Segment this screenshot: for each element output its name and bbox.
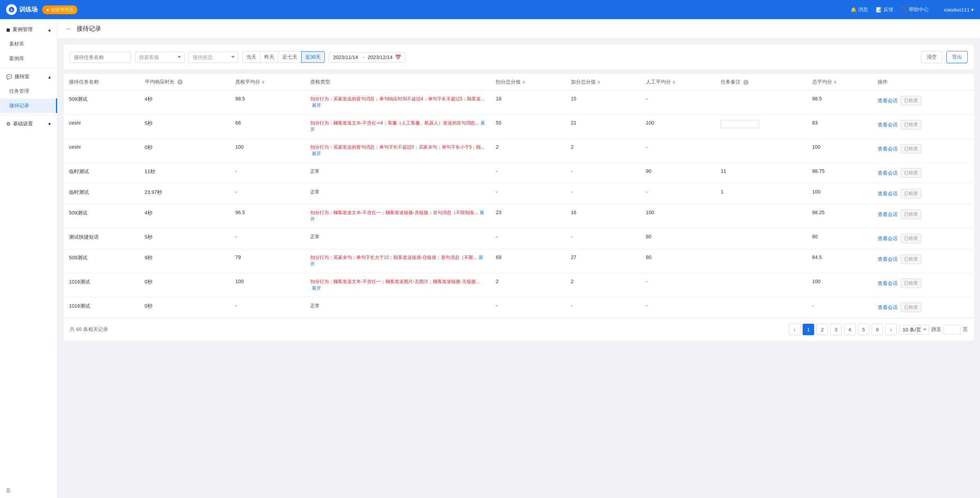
checked-button[interactable]: 已检查 (901, 144, 921, 154)
user-area[interactable]: 👤 xiaoduo111 ▾ (936, 7, 974, 13)
cell-task-note (715, 204, 807, 228)
page-btn-5[interactable]: 5 (858, 324, 869, 335)
ops-cell: 查看会话 已检查 (878, 144, 969, 154)
task-name-input[interactable] (70, 52, 131, 63)
view-conversation-link[interactable]: 查看会话 (878, 190, 898, 197)
page-btn-1[interactable]: 1 (803, 324, 814, 335)
task-name-value: 1016测试 (69, 303, 90, 309)
th-ops-label: 操作 (878, 79, 888, 85)
back-button[interactable]: ← (65, 25, 73, 33)
sidebar-group-cases: ◼ 案例管理 ▴ 素材库 案例库 (0, 22, 57, 66)
cell-deduct-total: 2 (490, 139, 565, 163)
sidebar-item-materials[interactable]: 素材库 (0, 37, 57, 51)
feedback-nav[interactable]: 📝 反馈 (876, 6, 893, 13)
cell-total-avg: - (807, 297, 872, 318)
page-size-select[interactable]: 10 条/页 20 条/页 50 条/页 (899, 325, 929, 334)
view-conversation-link[interactable]: 查看会话 (878, 121, 898, 128)
sidebar-group-title-reception[interactable]: 💬 接待室 ▴ (0, 69, 57, 84)
note-input[interactable] (721, 120, 759, 128)
page-btn-2[interactable]: 2 (816, 324, 828, 335)
cell-avg-response: 0秒 (139, 273, 230, 297)
quality-type-text: 正常 (310, 189, 320, 195)
view-conversation-link[interactable]: 查看会话 (878, 211, 898, 218)
date-btn-30days[interactable]: 近30天 (301, 51, 325, 63)
customer-search-select[interactable]: 搜索客服 (135, 52, 185, 63)
th-avg-response-sort[interactable]: 平均响应时长 i (145, 79, 183, 85)
table-row: 临时测试 11秒 - 正常 - - 90 11 98.75 查看会话 已检查 (64, 163, 974, 183)
date-btn-yesterday[interactable]: 昨天 (260, 51, 278, 63)
sidebar-item-reception-records[interactable]: 接待记录 (0, 98, 57, 113)
ops-cell: 查看会话 已检查 (878, 234, 969, 243)
checked-button[interactable]: 已检查 (901, 96, 921, 105)
quality-avg-sort-icon (262, 80, 265, 84)
cell-avg-response: 11秒 (139, 163, 230, 183)
view-conversation-link[interactable]: 查看会话 (878, 256, 898, 263)
checked-button[interactable]: 已检查 (901, 278, 921, 288)
th-total-avg-sort[interactable]: 总平均分 (812, 79, 837, 85)
expand-btn[interactable]: 展开 (312, 103, 321, 108)
cell-task-name: 临时测试 (64, 183, 139, 204)
prev-page-btn[interactable]: ‹ (789, 324, 800, 335)
page-btn-4[interactable]: 4 (844, 324, 855, 335)
quality-type-text: 正常 (310, 169, 320, 174)
page-btn-6[interactable]: 6 (872, 324, 883, 335)
view-conversation-link[interactable]: 查看会话 (878, 146, 898, 152)
cell-quality-avg: - (230, 297, 305, 318)
checked-button[interactable]: 已检查 (901, 254, 921, 264)
export-button[interactable]: 导出 (946, 51, 968, 63)
date-btn-7days[interactable]: 近七天 (278, 51, 301, 63)
cell-quality-avg: 100 (230, 139, 305, 163)
status-select[interactable]: 接待状态 (188, 52, 238, 63)
th-manual-avg-sort[interactable]: 人工平均分 (646, 79, 675, 85)
checked-button[interactable]: 已检查 (901, 168, 921, 178)
sidebar-group-label-reception: 接待室 (15, 73, 29, 80)
messages-nav[interactable]: 🔔 消息 (851, 6, 868, 13)
th-deduct-total-sort[interactable]: 扣分总分值 (496, 79, 525, 85)
cell-quality-type: 扣分行为：买家未句；单句字长大于10；顾客发送链接-仅链接；首句消息（不限...… (305, 249, 491, 273)
date-btn-today[interactable]: 当天 (242, 51, 260, 63)
avg-response-info-icon[interactable]: i (177, 79, 183, 85)
clear-button[interactable]: 清空 (921, 51, 942, 63)
date-range-picker[interactable]: 2023/11/14 → 2023/12/14 📅 (329, 52, 405, 62)
view-conversation-link[interactable]: 查看会话 (878, 170, 898, 177)
checked-button[interactable]: 已检查 (901, 210, 921, 219)
chevron-down-icon-sidebar: ▾ (48, 121, 51, 127)
table-row: 509测试 9秒 79 扣分行为：买家未句；单句字长大于10；顾客发送链接-仅链… (64, 249, 974, 273)
cell-quality-type: 正常 (305, 228, 491, 249)
expand-btn[interactable]: 展开 (312, 285, 321, 291)
th-quality-avg-sort[interactable]: 质检平均分 (235, 79, 265, 85)
chat-icon: 💬 (6, 74, 12, 80)
cell-total-avg: 100 (807, 139, 872, 163)
cell-manual-avg: - (641, 183, 716, 204)
ops-cell: 查看会话 已检查 (878, 189, 969, 198)
ops-cell: 查看会话 已检查 (878, 96, 969, 105)
sidebar-collapse-btn[interactable]: ☰ (0, 483, 57, 498)
page-btn-3[interactable]: 3 (830, 324, 842, 335)
ops-cell: 查看会话 已检查 (878, 210, 969, 219)
cell-quality-type: 正常 (305, 183, 491, 204)
checked-button[interactable]: 已检查 (901, 120, 921, 129)
view-conversation-link[interactable]: 查看会话 (878, 235, 898, 242)
task-note-info-icon[interactable]: i (743, 80, 749, 85)
sidebar-item-task-mgmt[interactable]: 任务管理 (0, 84, 57, 98)
th-add-total-sort[interactable]: 加分总分值 (571, 79, 600, 85)
ops-cell: 查看会话 已检查 (878, 120, 969, 129)
expand-btn[interactable]: 展开 (312, 151, 321, 156)
view-conversation-link[interactable]: 查看会话 (878, 97, 898, 104)
th-manual-avg: 人工平均分 (641, 74, 716, 90)
view-conversation-link[interactable]: 查看会话 (878, 280, 898, 287)
view-conversation-link[interactable]: 查看会话 (878, 304, 898, 311)
cell-quality-avg: 96.5 (230, 204, 305, 228)
table-container: 接待任务名称 平均响应时长 i 质检平均分 (64, 74, 974, 341)
jump-input[interactable] (944, 325, 960, 334)
checked-button[interactable]: 已检查 (901, 189, 921, 198)
checked-button[interactable]: 已检查 (901, 303, 921, 312)
sidebar-group-title-cases[interactable]: ◼ 案例管理 ▴ (0, 22, 57, 37)
sidebar-item-cases[interactable]: 案例库 (0, 51, 57, 66)
next-page-btn[interactable]: › (885, 324, 897, 335)
task-name-value: ceshi (69, 144, 80, 150)
help-nav[interactable]: ❓ 帮助中心 (901, 6, 929, 13)
checked-button[interactable]: 已检查 (901, 234, 921, 243)
logo-text: 训练场 (19, 6, 38, 14)
sidebar-group-title-settings[interactable]: ⚙ 基础设置 ▾ (0, 116, 57, 131)
